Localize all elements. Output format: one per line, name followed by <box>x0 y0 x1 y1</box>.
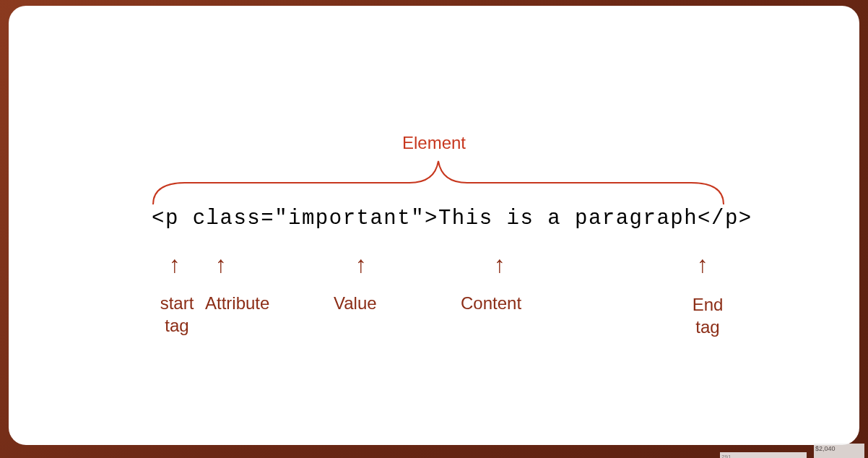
content-label: Content <box>461 293 521 314</box>
arrow-up-icon: ↑ <box>215 251 227 278</box>
background-price-fragment: $2,040 <box>814 444 864 458</box>
background-number-fragment: 291 <box>720 452 807 458</box>
attribute-label: Attribute <box>205 293 269 314</box>
end-tag-label: End tag <box>687 293 728 338</box>
start-tag-label: start tag <box>150 292 204 337</box>
curly-brace-icon <box>149 157 727 208</box>
value-label: Value <box>334 293 377 314</box>
arrow-up-icon: ↑ <box>494 251 505 278</box>
background-decoration: d) 291 $2,040 <box>691 335 868 458</box>
arrow-up-icon: ↑ <box>697 251 708 278</box>
arrow-up-icon: ↑ <box>355 251 367 278</box>
arrow-up-icon: ↑ <box>169 251 181 278</box>
html-code-example: <p class="important">This is a paragraph… <box>152 207 752 230</box>
element-title-label: Element <box>402 133 466 153</box>
